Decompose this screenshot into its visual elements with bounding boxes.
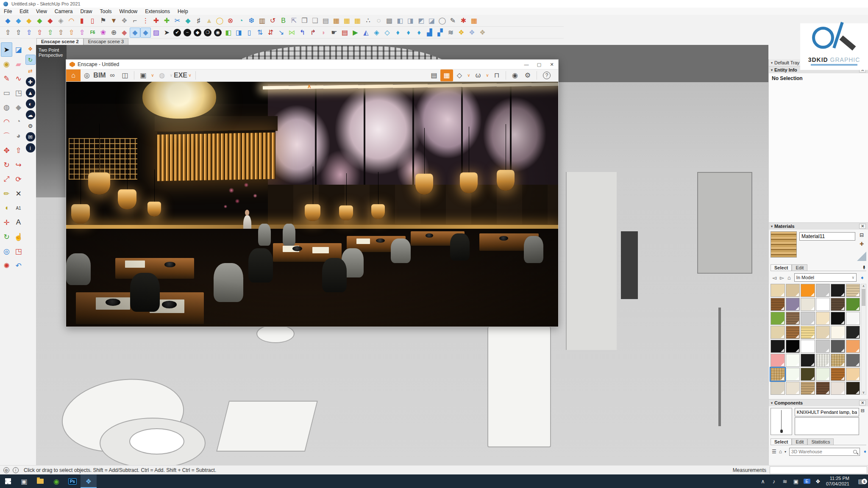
swatch[interactable]: [771, 382, 785, 395]
tab-item-0[interactable]: Select: [771, 264, 792, 271]
pan-tool[interactable]: ☝: [13, 230, 24, 244]
ime-icon[interactable]: ▣: [790, 474, 801, 488]
scroll-thumb[interactable]: [862, 289, 865, 306]
ext-arc-orange[interactable]: ◠: [66, 16, 77, 26]
projection-chevron[interactable]: ∨: [466, 69, 472, 81]
eraser-tool[interactable]: ▰: [13, 57, 24, 71]
polygon-tool[interactable]: ◆: [13, 100, 24, 114]
enscape-sync-button[interactable]: ↻: [26, 55, 35, 64]
axes-tool[interactable]: ✛: [1, 215, 12, 230]
tab-item-1[interactable]: Edit: [792, 438, 807, 445]
entity-info-caret-icon[interactable]: ▾: [771, 68, 773, 72]
protractor-tool[interactable]: ◖: [1, 201, 12, 215]
cube-tan[interactable]: ❖: [477, 28, 488, 38]
push-pull-tool[interactable]: ⇧: [13, 143, 24, 158]
swatch[interactable]: [786, 382, 800, 395]
layer-blue[interactable]: ◨: [234, 28, 244, 38]
diag-arrow[interactable]: ↘: [276, 28, 287, 38]
enscape-add-button[interactable]: ✚: [26, 77, 35, 86]
create-material-button[interactable]: ✚: [858, 240, 865, 248]
zoom-tool[interactable]: ◎: [1, 244, 12, 258]
sep2[interactable]: [195, 71, 196, 80]
home-button[interactable]: ⌂: [786, 274, 793, 281]
swatch[interactable]: [771, 340, 785, 353]
warehouse-search-input[interactable]: [790, 449, 853, 454]
arc-tool[interactable]: ◠: [1, 114, 12, 129]
circle-tool[interactable]: ◍: [1, 100, 12, 114]
swatch[interactable]: [786, 354, 800, 367]
ext-pins-red[interactable]: ⋮: [140, 16, 151, 26]
orbit-tool[interactable]: ↻: [1, 230, 12, 244]
ext-bag[interactable]: ▼: [108, 16, 119, 26]
sep1[interactable]: [134, 71, 134, 80]
swatch[interactable]: [801, 312, 815, 325]
drop-blue1[interactable]: ♦: [392, 28, 403, 38]
secondary-pane-button[interactable]: ⊟: [858, 231, 865, 239]
section-fill[interactable]: ◆: [140, 28, 151, 38]
enscape-tray-icon[interactable]: E: [801, 474, 812, 488]
bim-mode-button[interactable]: BIM: [93, 69, 106, 81]
ext-cube1[interactable]: ◧: [395, 16, 405, 26]
hidden-icons-chevron[interactable]: ∧: [757, 474, 768, 488]
swatch[interactable]: [801, 354, 815, 367]
badge-speech[interactable]: ❍: [204, 29, 211, 36]
ext-table-orange[interactable]: ▦: [469, 16, 479, 26]
pie-tool[interactable]: ◕: [13, 129, 24, 143]
play-green[interactable]: ▶: [350, 28, 361, 38]
ext-b-green[interactable]: B: [278, 16, 289, 26]
rotated-rectangle-tool[interactable]: ◳: [13, 86, 24, 100]
zoom-extents-tool[interactable]: ✺: [1, 258, 12, 273]
swatch[interactable]: [801, 284, 815, 297]
swatch[interactable]: [831, 298, 845, 311]
ext-rock[interactable]: ❖: [119, 16, 130, 26]
move-tool[interactable]: ✥: [1, 143, 12, 158]
cone-blue[interactable]: ◭: [361, 28, 371, 38]
general-settings-button[interactable]: ⚙: [521, 69, 534, 81]
tray-caret-icon[interactable]: ▾: [771, 61, 773, 65]
wave-tool[interactable]: ≋: [445, 28, 456, 38]
swatch[interactable]: [801, 382, 815, 395]
swatch[interactable]: [846, 298, 860, 311]
swatch[interactable]: [801, 340, 815, 353]
text-tool[interactable]: A1: [13, 201, 24, 215]
tab-item-0[interactable]: Select: [771, 438, 792, 445]
eyedropper-icon[interactable]: ✒: [861, 265, 867, 270]
enscape-assets-button[interactable]: ▲: [26, 88, 35, 97]
collection-dropdown[interactable]: In Model ∨: [794, 273, 857, 282]
swatch[interactable]: [786, 284, 800, 297]
home-dropdown-icon[interactable]: ▾: [783, 450, 787, 454]
component-name-input[interactable]: [795, 408, 859, 416]
swatch[interactable]: [801, 368, 815, 381]
sort-up[interactable]: ⇅: [255, 28, 265, 38]
idm-button[interactable]: ◉: [48, 474, 64, 488]
menu-item-2[interactable]: View: [32, 8, 51, 15]
enscape-feedback-button[interactable]: ✉: [26, 132, 35, 141]
enscape-swap-button[interactable]: ⇄: [26, 66, 35, 75]
close-button[interactable]: ✕: [545, 62, 558, 67]
palette-tool[interactable]: ❀: [98, 28, 108, 38]
task-view-button[interactable]: ▣: [16, 474, 32, 488]
ext-grid4[interactable]: ▦: [352, 16, 363, 26]
enscape-settings-button[interactable]: ⚙: [26, 121, 35, 130]
cube-yellow[interactable]: ❖: [456, 28, 467, 38]
dropbox-icon[interactable]: ❖: [812, 474, 823, 488]
ext-scissors-blue[interactable]: ✂: [172, 16, 183, 26]
ext-diamond-red[interactable]: ◆: [45, 16, 56, 26]
swatch[interactable]: [771, 354, 785, 367]
swatch[interactable]: [816, 368, 830, 381]
exe-export-chevron[interactable]: ∨: [187, 69, 193, 81]
font-tool[interactable]: F6: [87, 28, 98, 38]
tab-item-1[interactable]: Edit: [792, 264, 807, 271]
ext-dots[interactable]: ∴: [363, 16, 373, 26]
ext-drop-teal[interactable]: ◆: [183, 16, 193, 26]
ext-cone-tan[interactable]: ▲: [204, 16, 214, 26]
components-caret-icon[interactable]: ▾: [771, 401, 773, 405]
ext-cross-green[interactable]: ✚: [161, 16, 172, 26]
visual-settings-button[interactable]: ◉: [509, 69, 521, 81]
maximize-button[interactable]: ▢: [533, 62, 545, 67]
swatch[interactable]: [816, 312, 830, 325]
swatch[interactable]: [771, 284, 785, 297]
menu-item-8[interactable]: Help: [174, 8, 192, 15]
view-options-button[interactable]: ☰: [771, 449, 778, 455]
ext-snowflake[interactable]: ❆: [246, 16, 257, 26]
